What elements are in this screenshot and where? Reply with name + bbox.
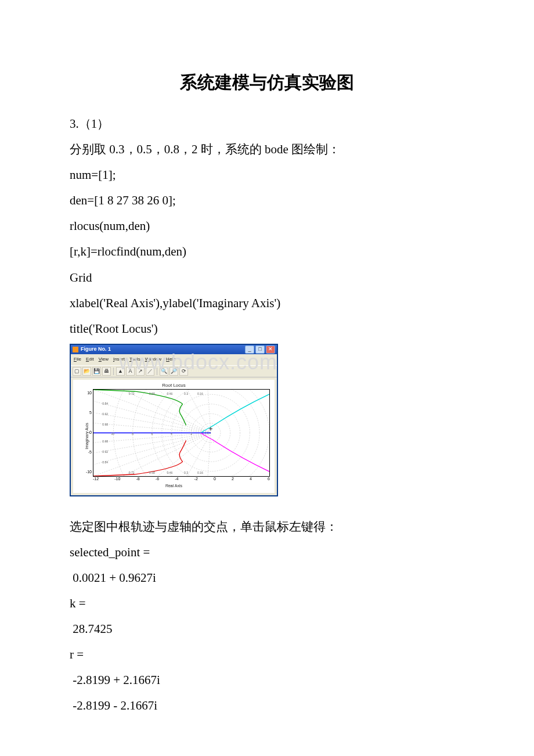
ytick: 10 [81,389,92,398]
code-block-before: 3.（1） 分别取 0.3，0.5，0.8，2 时，系统的 bode 图绘制： … [70,111,464,341]
xtick: 2 [232,475,234,484]
output-block-after: 选定图中根轨迹与虚轴的交点，单击鼠标左键得： selected_point = … [70,514,464,719]
zoom-in-icon[interactable]: 🔍 [160,367,168,376]
damping-label: 0.3 [184,471,188,474]
freq-label: 8 [132,432,134,435]
xtick: -6 [156,475,159,484]
freq-label: 4 [171,432,172,435]
figure-container: www.bdocx.com Figure No. 1 _ □ ✕ File Ed… [70,344,464,496]
xtick: -4 [175,475,178,484]
new-icon[interactable]: ▢ [73,367,81,376]
xtick: -10 [114,475,120,484]
damping-y-label: 0.92 [102,412,108,415]
xtick: 6 [268,475,270,484]
matlab-figure-window: Figure No. 1 _ □ ✕ File Edit View Insert… [70,344,278,496]
damping-label: 0.46 [167,392,172,395]
damping-label: 0.16 [197,392,203,395]
xtick: -2 [194,475,198,484]
maximize-button[interactable]: □ [255,345,265,354]
freq-label: 6 [151,432,153,435]
text-line: title('Root Locus') [70,316,464,341]
open-icon[interactable]: 📂 [82,367,91,376]
text-line: -2.8199 + 2.1667i [70,667,464,693]
menu-window[interactable]: Window [145,355,161,365]
ytick: -10 [81,468,92,477]
ytick: -5 [81,448,92,457]
text-line: Grid [70,265,464,290]
menu-view[interactable]: View [99,355,109,365]
text-line: k = [70,591,464,616]
toolbar: ▢ 📂 💾 🖶 ▲ A ↗ ／ 🔍 🔎 ⟳ [71,365,277,377]
menu-file[interactable]: File [74,355,81,365]
damping-y-label: 0.84 [102,460,108,464]
text-line: selected_point = [70,539,464,565]
text-line: 分别取 0.3，0.5，0.8，2 时，系统的 bode 图绘制： [70,136,464,162]
text-line: xlabel('Real Axis'),ylabel('Imaginary Ax… [70,290,464,316]
text-icon[interactable]: A [126,367,135,376]
damping-label: 0.72 [129,471,135,474]
xtick: -12 [93,475,99,484]
root-locus-plot: 0.72 0.58 0.46 0.3 0.16 0.72 0.58 0.46 0… [93,390,269,476]
damping-label: 0.3 [184,392,188,395]
damping-label: 0.58 [149,392,155,395]
menubar: File Edit View Insert Tools Window Help [71,354,277,365]
rotate-icon[interactable]: ⟳ [179,367,188,376]
print-icon[interactable]: 🖶 [102,367,111,376]
damping-y-label: 0.84 [102,402,108,405]
window-title: Figure No. 1 [81,344,245,355]
menu-edit[interactable]: Edit [86,355,94,365]
freq-label: 10 [111,432,115,435]
xtick: 0 [214,475,216,484]
minimize-button[interactable]: _ [245,345,254,354]
damping-label: 0.72 [129,392,135,395]
text-line: 0.0021 + 0.9627i [70,565,464,591]
text-line: rlocus(num,den) [70,213,464,239]
damping-label: 0.58 [149,471,155,474]
window-buttons: _ □ ✕ [245,345,275,354]
xtick: -8 [136,475,140,484]
axes-box[interactable]: 0.72 0.58 0.46 0.3 0.16 0.72 0.58 0.46 0… [93,389,270,477]
document-page: 系统建模与仿真实验图 3.（1） 分别取 0.3，0.5，0.8，2 时，系统的… [0,0,534,753]
zoom-out-icon[interactable]: 🔎 [169,367,178,376]
save-icon[interactable]: 💾 [92,367,101,376]
ytick: 0 [81,429,92,437]
freq-label: 2 [190,432,192,435]
damping-label: 0.16 [197,471,203,474]
damping-label: 0.46 [167,471,172,474]
close-button[interactable]: ✕ [266,345,275,354]
pointer-icon[interactable]: ▲ [116,367,125,376]
damping-y-label: 0.92 [102,450,108,453]
y-ticks: 10 5 0 -5 -10 [81,389,92,477]
text-line: 28.7425 [70,616,464,642]
text-line: num=[1]; [70,162,464,188]
document-title: 系统建模与仿真实验图 [70,64,464,100]
line-icon[interactable]: ／ [146,367,154,376]
damping-y-label: 0.98 [102,422,108,426]
x-ticks: -12 -10 -8 -6 -4 -2 0 2 4 6 [93,475,270,484]
text-line: -2.8199 - 2.1667i [70,693,464,718]
menu-help[interactable]: Help [166,355,175,365]
app-icon [73,347,78,352]
text-line: [r,k]=rlocfind(num,den) [70,239,464,264]
toolbar-separator [113,368,114,375]
text-line: 选定图中根轨迹与虚轴的交点，单击鼠标左键得： [70,514,464,539]
toolbar-separator [157,368,157,375]
plot-area: Root Locus Imaginary Axis Real Axis 10 5… [73,380,275,493]
menu-tools[interactable]: Tools [129,355,140,365]
ytick: 5 [81,409,92,417]
text-line: r = [70,642,464,667]
damping-y-label: 0.98 [102,440,108,443]
xtick: 4 [250,475,252,484]
text-line: 3.（1） [70,111,464,136]
arrow-icon[interactable]: ↗ [136,367,145,376]
titlebar: Figure No. 1 _ □ ✕ [71,345,277,354]
menu-insert[interactable]: Insert [113,355,125,365]
text-line: den=[1 8 27 38 26 0]; [70,188,464,213]
